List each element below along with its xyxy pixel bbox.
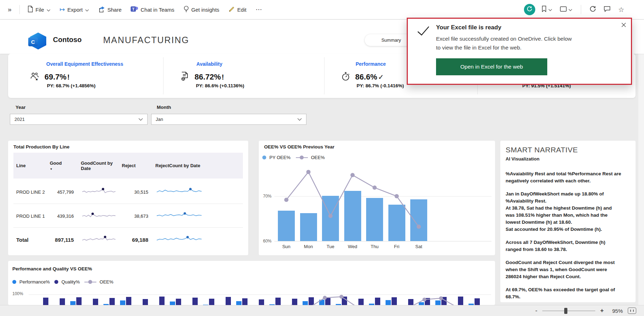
line-marker-thu[interactable] (372, 186, 377, 190)
view-menu-button[interactable] (559, 5, 574, 14)
file-label: File (36, 7, 44, 13)
month-dropdown-value: Jan (156, 117, 163, 122)
narrative-line: lowest Downtime (h) at 18.60. (506, 219, 631, 226)
narrative-line: negatively correlated with each other. (506, 177, 631, 185)
star-icon: ☆ (618, 6, 624, 13)
chevron-down-icon (138, 117, 143, 122)
refresh-button[interactable] (588, 4, 597, 15)
more-options-button[interactable]: ⋯ (252, 4, 266, 16)
notification-title: Your Excel file is ready (436, 24, 501, 31)
export-label: Export (67, 7, 83, 13)
column-header-good[interactable]: Good ▼ (50, 160, 76, 171)
column-header-line[interactable]: Line (16, 163, 50, 168)
people-star-icon: ★ (29, 71, 40, 83)
share-icon (98, 6, 105, 13)
scrollbar-track[interactable] (638, 20, 644, 305)
table-header: Line Good ▼ GoodCount by Date Reject Rej… (13, 153, 243, 179)
brand-name: Contoso (53, 36, 82, 44)
comment-icon (604, 6, 610, 13)
line-marker-fri[interactable] (395, 194, 399, 198)
file-menu-button[interactable]: File (24, 4, 54, 16)
smart-narrative-panel: SMART NARRATIVE AI Visualization %Avaiab… (500, 141, 636, 302)
app-toolbar: » File ↦ Export Share T Chat in Teams Ge… (0, 0, 644, 19)
zoom-slider-handle[interactable] (564, 308, 567, 314)
year-dropdown[interactable]: 2021 (10, 114, 148, 125)
kpi-performance-py: PY: 86.7% (-0.1416%) (357, 83, 404, 88)
oee-line-marker[interactable] (423, 298, 427, 302)
xlabel-sun: Sun (276, 244, 297, 249)
goodcount-sparkline (76, 211, 117, 221)
oee-line-marker[interactable] (340, 295, 344, 299)
kpi-availability-title: Availability (148, 61, 271, 67)
narrative-line: 286024 higher than Reject Count. (506, 273, 631, 280)
cell-reject: 30,515 (117, 189, 150, 195)
toolbar-divider (581, 5, 581, 14)
month-dropdown[interactable]: Jan (151, 114, 306, 125)
narrative-paragraph: Across all 7 DayOfWeekShort, Downtime (h… (506, 239, 631, 253)
zoom-in-button[interactable]: + (600, 307, 604, 314)
cell-good: 897,115 (50, 237, 76, 243)
zoom-slider[interactable] (542, 308, 595, 314)
export-menu-button[interactable]: ↦ Export (56, 4, 93, 15)
column-header-reject[interactable]: Reject (117, 163, 150, 168)
svg-text:★: ★ (35, 77, 38, 81)
rejectcount-sparkline (150, 187, 207, 197)
refresh-icon (590, 6, 596, 13)
line-marker-wed[interactable] (351, 173, 355, 177)
row-divider (13, 227, 243, 228)
edit-label: Edit (237, 7, 246, 13)
zoom-slider-track (542, 311, 595, 311)
double-chevron-icon: » (8, 6, 12, 13)
reset-to-default-button[interactable] (524, 4, 535, 15)
line-marker-tue[interactable] (328, 214, 333, 218)
share-button[interactable]: Share (95, 4, 125, 16)
oee-line-marker[interactable] (439, 296, 443, 300)
column-header-goodcount[interactable]: GoodCount by Date (76, 160, 117, 171)
smart-narrative-body: %Avaiability Rest and total %Performance… (506, 170, 631, 302)
table-row[interactable]: PROD LINE 2457,79930,515 (13, 180, 243, 204)
open-in-excel-button[interactable]: Open in Excel for the web (436, 58, 547, 75)
chevron-down-icon (548, 6, 552, 13)
narrative-line: %Avaiability Rest and total %Performance… (506, 170, 631, 177)
file-icon (28, 6, 33, 13)
bookmarks-button[interactable] (540, 4, 554, 15)
close-icon (621, 22, 626, 29)
table-row[interactable]: Total897,11569,188 (13, 228, 243, 251)
collapse-pane-button[interactable]: » (4, 4, 15, 16)
comments-button[interactable] (602, 5, 612, 15)
table-row[interactable]: PROD LINE 1439,31638,673 (13, 204, 243, 228)
column-header-rejectcount[interactable]: RejectCount by Date (150, 163, 207, 168)
excel-ready-notification: Your Excel file is ready Excel file succ… (407, 18, 632, 85)
chevron-down-icon (85, 7, 89, 13)
close-notification-button[interactable] (620, 22, 627, 29)
smart-narrative-subtitle: AI Visualization (506, 156, 539, 162)
year-filter-label: Year (16, 105, 26, 110)
total-production-panel: Total Production By Line Line Good ▼ Goo… (8, 141, 248, 255)
share-label: Share (107, 7, 121, 13)
stopwatch-icon (341, 71, 351, 83)
sort-descending-icon: ▼ (50, 168, 53, 171)
view-icon (560, 6, 567, 13)
xlabel-tue: Tue (320, 244, 341, 249)
open-in-excel-label: Open in Excel for the web (460, 64, 523, 70)
get-insights-button[interactable]: Get insights (180, 4, 223, 16)
oee-line-marker[interactable] (323, 296, 327, 300)
line-marker-sun[interactable] (284, 198, 288, 202)
cell-good: 439,316 (50, 213, 76, 219)
favorite-button[interactable]: ☆ (617, 5, 626, 14)
chevron-down-icon (47, 7, 50, 13)
fit-to-page-button[interactable] (628, 308, 636, 314)
chat-in-teams-button[interactable]: T Chat in Teams (127, 4, 178, 15)
total-production-title: Total Production By Line (13, 144, 70, 150)
edit-button[interactable]: Edit (225, 4, 250, 16)
zoom-out-button[interactable]: - (535, 307, 537, 315)
oee-vs-py-chart-panel: OEE% VS OEE% Previous Year PY OEE% OEE% … (259, 141, 495, 255)
narrative-line: when the Shift was 1, when GoodCount wer… (506, 266, 631, 273)
line-marker-sat[interactable] (417, 224, 421, 229)
chat-in-teams-label: Chat in Teams (141, 7, 174, 13)
bookmark-icon (542, 6, 547, 13)
kpi-performance-value: 86.6% (355, 72, 377, 81)
line-marker-mon[interactable] (306, 170, 311, 174)
row-divider (13, 204, 243, 204)
notification-body-line1: Excel file successfully created on OneDr… (436, 36, 572, 42)
